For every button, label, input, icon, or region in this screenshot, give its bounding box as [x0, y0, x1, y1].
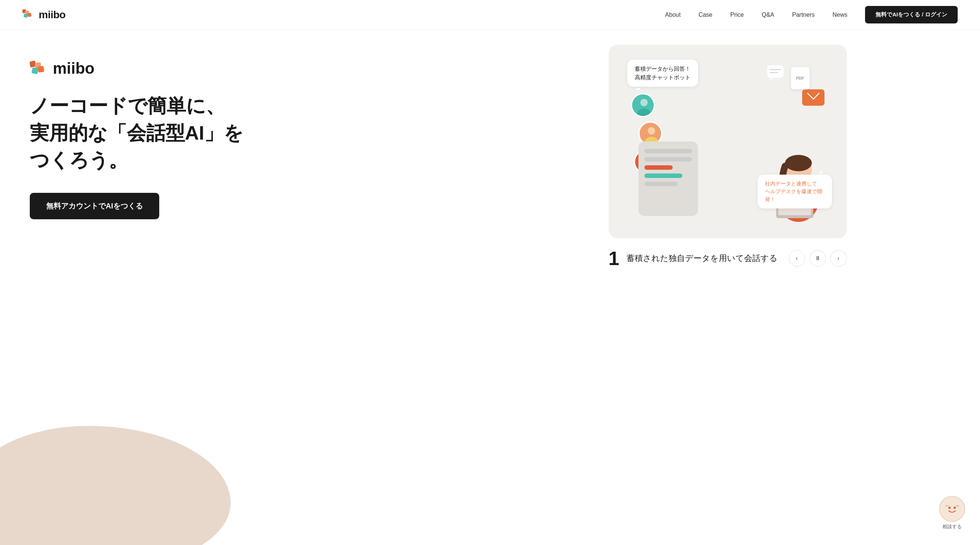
hero-logo-icon: [30, 60, 49, 76]
nav-link-partners[interactable]: Partners: [792, 11, 815, 18]
hero-headline-line2: 実用的な「会話型AI」を: [30, 122, 243, 144]
nav-link-about[interactable]: About: [665, 11, 681, 18]
speech-bubble-bottom: 社内データと連携して ヘルプデスクを爆速で開発！: [757, 175, 832, 209]
nav-link-case[interactable]: Case: [698, 11, 712, 18]
hero-section: miibo ノーコードで簡単に、 実用的な「会話型AI」を つくろう。 無料アカ…: [0, 30, 980, 545]
svg-point-14: [637, 108, 651, 117]
svg-rect-6: [32, 67, 39, 75]
hero-cta-button[interactable]: 無料アカウントでAIをつくる: [30, 193, 159, 219]
nav-link-price[interactable]: Price: [730, 11, 744, 18]
hero-headline-line1: ノーコードで簡単に、: [30, 95, 225, 116]
avatar-1: [631, 93, 655, 117]
slide-title: 蓄積された独自データを用いて会話する: [627, 253, 781, 264]
hero-headline-line3: つくろう。: [30, 149, 128, 171]
hero-logo: miibo: [30, 60, 468, 77]
chat-fab-circle: [939, 496, 965, 522]
navbar-logo-icon: [22, 9, 36, 21]
navbar-logo-text: miibo: [39, 9, 65, 21]
bubble-top-text: 蓄積データから回答！ 高精度チャットボット: [635, 65, 690, 80]
navbar: miibo About Case Price Q&A Partners News…: [0, 0, 980, 30]
phone-line-2: [644, 157, 692, 162]
navbar-logo[interactable]: miibo: [22, 9, 65, 21]
svg-marker-11: [769, 78, 773, 80]
navbar-nav: About Case Price Q&A Partners News 無料でAI…: [665, 6, 958, 24]
svg-rect-7: [38, 66, 44, 73]
svg-rect-2: [24, 13, 28, 18]
hero-headline: ノーコードで簡単に、 実用的な「会話型AI」を つくろう。: [30, 92, 468, 174]
svg-rect-8: [767, 65, 784, 78]
chat-fab[interactable]: 相談する: [939, 496, 965, 530]
svg-point-27: [944, 501, 960, 517]
slide-prev-button[interactable]: ‹: [789, 250, 805, 266]
slide-info: 1 蓄積された独自データを用いて会話する ‹ ⏸ ›: [609, 247, 847, 269]
slide-controls: ‹ ⏸ ›: [789, 250, 847, 266]
illustration-card: 蓄積データから回答！ 高精度チャットボット PDF: [609, 45, 847, 238]
hero-bg-blob: [0, 426, 231, 545]
pdf-doc-icon: PDF: [791, 67, 810, 89]
hero-left: miibo ノーコードで簡単に、 実用的な「会話型AI」を つくろう。 無料アカ…: [0, 30, 490, 242]
envelope-icon: [802, 89, 824, 106]
phone-line-4: [644, 174, 682, 178]
hero-right: 蓄積データから回答！ 高精度チャットボット PDF: [490, 30, 980, 284]
nav-link-qa[interactable]: Q&A: [762, 11, 774, 18]
bubble-bottom-text: 社内データと連携して ヘルプデスクを爆速で開発！: [765, 180, 822, 202]
chat-fab-label: 相談する: [942, 523, 962, 530]
slide-number: 1: [609, 247, 619, 269]
svg-point-28: [948, 507, 951, 509]
nav-link-news[interactable]: News: [832, 11, 847, 18]
svg-point-13: [640, 99, 648, 106]
svg-point-15: [648, 127, 655, 134]
chat-speech-icon: [767, 65, 784, 81]
slide-pause-button[interactable]: ⏸: [810, 250, 826, 266]
slide-next-button[interactable]: ›: [830, 250, 847, 266]
phone-line-1: [644, 149, 692, 153]
speech-bubble-top: 蓄積データから回答！ 高精度チャットボット: [627, 60, 698, 87]
phone-line-3: [644, 165, 673, 170]
nav-cta-button[interactable]: 無料でAIをつくる / ログイン: [865, 6, 958, 24]
hero-logo-text: miibo: [53, 60, 94, 77]
svg-point-21: [785, 155, 812, 171]
phone-device: [638, 142, 698, 216]
pause-icon: ⏸: [815, 255, 821, 262]
svg-rect-3: [27, 13, 31, 17]
phone-line-5: [644, 182, 678, 186]
svg-point-29: [954, 507, 956, 509]
